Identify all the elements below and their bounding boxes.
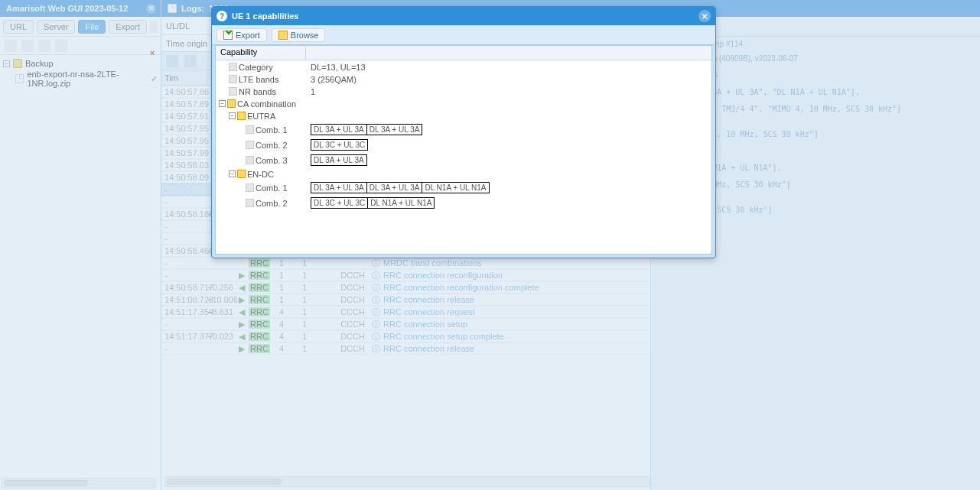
file-icon [229, 87, 237, 96]
combo-pill: DL 3A + UL 3A [311, 154, 367, 166]
combo-pill: DL 3C + UL 3C [311, 139, 368, 151]
modal-title: UE 1 capabilities [232, 11, 298, 21]
help-icon[interactable]: ? [217, 11, 227, 21]
combo-pill: DL 3A + UL 3A [311, 182, 367, 193]
file-icon [246, 183, 254, 192]
capabilities-modal: ? UE 1 capabilities ✕ Export Browse Capa… [211, 6, 716, 258]
file-icon [229, 75, 237, 83]
row-eutra-comb2: Comb. 2 DL 3C + UL 3C [216, 137, 711, 152]
folder-icon [237, 170, 246, 178]
row-endc-comb2: Comb. 2 DL 3C + UL 3CDL N1A + UL N1A [216, 195, 711, 210]
row-eutra-comb3: Comb. 3 DL 3A + UL 3A [216, 152, 711, 167]
combo-pill: DL 3A + UL 3A [367, 182, 423, 193]
close-icon[interactable]: ✕ [698, 10, 711, 22]
combo-pill: DL N1A + UL N1A [368, 197, 435, 209]
row-eutra-comb1: Comb. 1 DL 3A + UL 3ADL 3A + UL 3A [216, 122, 711, 137]
row-lte: LTE bands 3 (256QAM) [216, 73, 711, 85]
combo-pill: DL 3C + UL 3C [311, 197, 368, 209]
modal-header[interactable]: ? UE 1 capabilities ✕ [212, 7, 715, 25]
row-endc-comb1: Comb. 1 DL 3A + UL 3ADL 3A + UL 3ADL N1A… [216, 180, 711, 195]
modal-toolbar: Export Browse [212, 25, 715, 45]
expander-icon[interactable]: − [229, 170, 236, 177]
combo-pill: DL 3A + UL 3A [367, 124, 423, 135]
file-icon [246, 141, 254, 149]
row-category: Category DL=13, UL=13 [216, 60, 711, 73]
export-icon [223, 31, 233, 40]
row-ca[interactable]: −CA combination [216, 97, 711, 109]
expander-icon[interactable]: − [219, 100, 226, 107]
row-endc[interactable]: −EN-DC [216, 167, 711, 180]
folder-icon [227, 99, 236, 108]
file-icon [246, 156, 254, 164]
file-icon [229, 63, 237, 71]
modal-export-button[interactable]: Export [217, 28, 267, 42]
file-icon [246, 199, 254, 207]
capability-rows: Category DL=13, UL=13 LTE bands 3 (256QA… [216, 60, 711, 254]
folder-icon [237, 112, 246, 120]
row-eutra[interactable]: −EUTRA [216, 109, 711, 122]
file-icon [246, 125, 254, 134]
folder-icon [278, 31, 288, 40]
modal-browse-button[interactable]: Browse [272, 28, 326, 42]
capability-header: Capability [216, 46, 711, 60]
combo-pill: DL 3A + UL 3A [311, 124, 367, 135]
modal-body: Capability Category DL=13, UL=13 LTE ban… [215, 45, 712, 255]
combo-pill: DL N1A + UL N1A [422, 182, 489, 193]
row-nr: NR bands 1 [216, 85, 711, 97]
col-capability: Capability [216, 46, 306, 60]
expander-icon[interactable]: − [229, 112, 236, 119]
